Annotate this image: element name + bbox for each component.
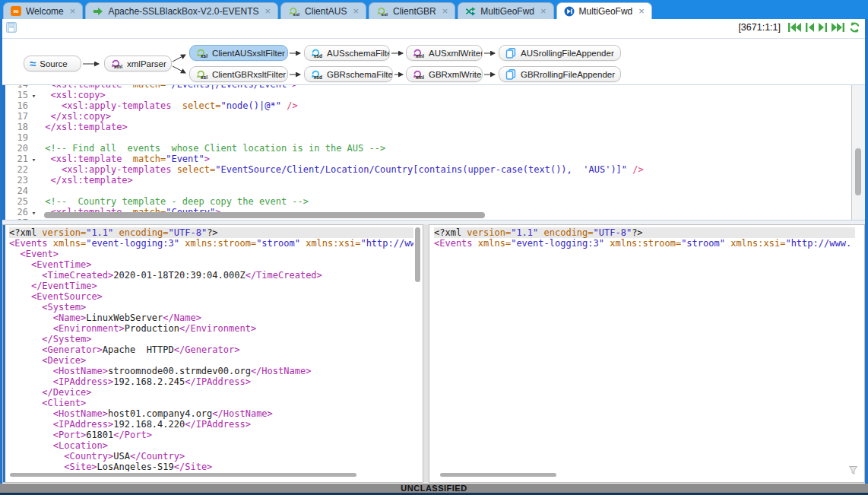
pipeline-element-gbrxmlwriter[interactable]: xml GBRxmlWriter: [406, 66, 483, 82]
pipeline-element-clientausxsltfilter[interactable]: xsl ClientAUSxsltFilter: [189, 45, 288, 61]
stepping-icon: [564, 6, 575, 17]
editor-vertical-scrollbar-track[interactable]: [851, 85, 865, 220]
xslt-icon: xsl: [376, 6, 388, 17]
tab-label: Welcome: [26, 6, 64, 17]
tab-label: ClientGBR: [393, 6, 436, 17]
svg-text:xml: xml: [114, 64, 122, 69]
tab-clientaus[interactable]: xsl ClientAUS ×: [280, 2, 366, 19]
feed-icon: [93, 7, 103, 16]
output-pane[interactable]: <?xml version="1.1" encoding="UTF-8"?><E…: [429, 224, 865, 483]
tab-clientgbr[interactable]: xsl ClientGBR ×: [369, 2, 455, 19]
svg-text:xsl: xsl: [293, 11, 300, 16]
stepping-toolbar: [3671:1:1]: [2, 19, 865, 38]
pipeline-element-gbrrollingfileappender[interactable]: GBRrollingFileAppender: [499, 66, 621, 82]
stroom-window: ∞ Welcome × Apache-SSLBlackBox-V2.0-EVEN…: [0, 0, 868, 495]
tab-apache-events[interactable]: Apache-SSLBlackBox-V2.0-EVENTS ×: [85, 2, 278, 19]
svg-text:xsd: xsd: [314, 75, 322, 80]
classification-banner: UNCLASSIFIED: [0, 484, 868, 493]
xslt-editor[interactable]: 14 <xsl:template match="/Events|/Events/…: [2, 85, 865, 220]
refresh-icon[interactable]: [849, 22, 860, 33]
step-forward-button[interactable]: [819, 23, 827, 32]
input-horizontal-scrollbar[interactable]: [10, 473, 356, 477]
tab-label: MultiGeoFwd: [480, 6, 534, 17]
filter-icon[interactable]: [848, 465, 858, 478]
xml-icon: xml: [412, 69, 425, 80]
tab-multigeofwd-stepping[interactable]: MultiGeoFwd ×: [556, 2, 652, 19]
element-label: GBRrollingFileAppender: [521, 70, 615, 79]
xsl-icon: xsl: [195, 69, 208, 80]
pipeline-panel: ≈ Source xml xmlParser xsl ClientAUSxslt…: [2, 38, 865, 85]
xml-icon: xml: [412, 48, 425, 59]
element-label: GBRschemaFilter: [327, 70, 393, 79]
xsl-icon: xsl: [195, 48, 208, 59]
xsd-icon: xsd: [310, 69, 323, 80]
step-backward-button[interactable]: [806, 23, 814, 32]
pipeline-element-source[interactable]: ≈ Source: [24, 56, 81, 71]
input-xml[interactable]: <?xml version="1.1" encoding="UTF-8"?><E…: [9, 227, 413, 471]
close-icon[interactable]: ×: [265, 6, 271, 16]
svg-text:xml: xml: [416, 75, 424, 80]
element-label: AUSxmlWriter: [429, 49, 483, 58]
pipeline-element-xmlparser[interactable]: xml xmlParser: [104, 56, 172, 71]
stepping-data-panes: <?xml version="1.1" encoding="UTF-8"?><E…: [2, 224, 865, 483]
svg-text:xml: xml: [416, 53, 424, 59]
tab-bar: ∞ Welcome × Apache-SSLBlackBox-V2.0-EVEN…: [0, 0, 868, 19]
tab-label: ClientAUS: [305, 6, 347, 17]
pipeline-icon: [465, 7, 476, 16]
output-xml[interactable]: <?xml version="1.1" encoding="UTF-8"?><E…: [434, 227, 855, 471]
record-position: [3671:1:1]: [738, 22, 781, 33]
element-label: ClientGBRxsltFilter: [212, 70, 286, 79]
pipeline-element-clientgbrxsltfilter[interactable]: xsl ClientGBRxsltFilter: [189, 66, 288, 82]
file-appender-icon: [505, 48, 517, 59]
close-icon[interactable]: ×: [638, 6, 645, 16]
pipeline-element-gbrschemafilter[interactable]: xsd GBRschemaFilter: [304, 66, 393, 82]
pipeline-element-ausschemafilter[interactable]: xsd AUSschemaFilte: [304, 45, 390, 61]
step-first-button[interactable]: [788, 23, 801, 32]
input-pane[interactable]: <?xml version="1.1" encoding="UTF-8"?><E…: [2, 224, 423, 483]
tab-multigeofwd-pipeline[interactable]: MultiGeoFwd ×: [458, 2, 553, 19]
step-last-button[interactable]: [832, 23, 844, 32]
window-frame-left: [0, 19, 2, 493]
svg-text:xsl: xsl: [201, 75, 207, 80]
element-label: ClientAUSxsltFilter: [212, 49, 285, 58]
close-icon[interactable]: ×: [70, 6, 76, 16]
element-label: AUSrollingFileAppender: [521, 49, 614, 58]
tab-label: Apache-SSLBlackBox-V2.0-EVENTS: [108, 6, 258, 17]
element-label: AUSschemaFilte: [327, 49, 390, 58]
save-icon[interactable]: [6, 22, 17, 36]
editor-vertical-scrollbar[interactable]: [855, 148, 861, 195]
input-vertical-scrollbar[interactable]: [415, 227, 420, 282]
svg-text:xsl: xsl: [381, 11, 388, 16]
element-label: Source: [40, 59, 67, 68]
editor-horizontal-scrollbar[interactable]: [44, 212, 485, 218]
pipeline-element-ausrollingfileappender[interactable]: AUSrollingFileAppender: [499, 45, 621, 61]
tab-welcome[interactable]: ∞ Welcome ×: [3, 2, 83, 19]
stepping-controls: [3671:1:1]: [738, 22, 860, 33]
output-horizontal-scrollbar[interactable]: [440, 473, 556, 477]
xml-icon: xml: [110, 59, 123, 69]
pipeline-element-ausxmlwriter[interactable]: xml AUSxmlWriter: [406, 45, 483, 61]
close-icon[interactable]: ×: [442, 6, 448, 16]
stroom-logo-icon: ∞: [11, 6, 21, 16]
xslt-icon: xsl: [288, 6, 300, 17]
source-icon: ≈: [30, 58, 36, 69]
tab-label: MultiGeoFwd: [579, 6, 633, 17]
editor-code[interactable]: 14 <xsl:template match="/Events|/Events/…: [5, 85, 851, 220]
close-icon[interactable]: ×: [353, 6, 359, 16]
svg-text:xsl: xsl: [201, 53, 207, 59]
window-frame-right: [865, 19, 868, 493]
svg-text:xsd: xsd: [314, 53, 322, 59]
element-label: xmlParser: [127, 59, 166, 68]
element-label: GBRxmlWriter: [429, 70, 483, 79]
xsd-icon: xsd: [310, 48, 323, 59]
file-appender-icon: [505, 69, 517, 80]
close-icon[interactable]: ×: [540, 6, 546, 16]
